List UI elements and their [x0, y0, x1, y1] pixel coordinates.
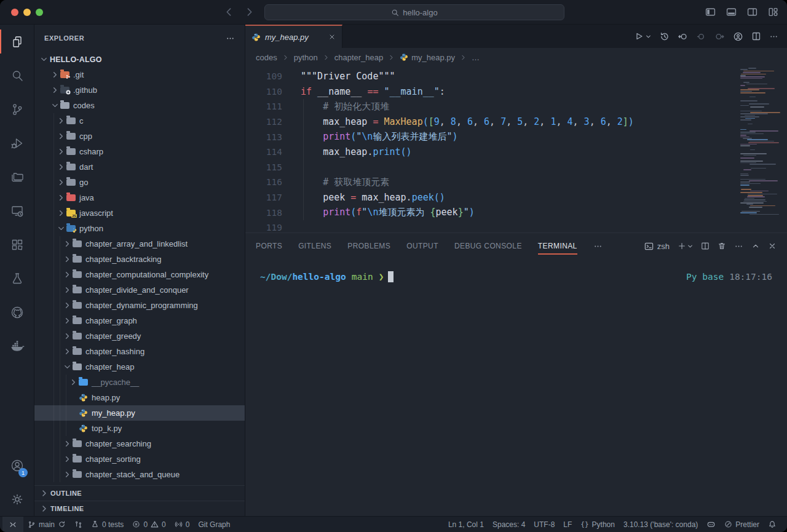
tree-item-chapter-greedy[interactable]: chapter_greedy — [34, 328, 245, 344]
maximize-panel-icon[interactable] — [751, 242, 760, 250]
panel-tab-debug-console[interactable]: DEBUG CONSOLE — [454, 233, 522, 259]
formatter-status[interactable]: Prettier — [720, 517, 764, 532]
tree-item-java[interactable]: java — [34, 190, 245, 205]
code-line-114[interactable]: 114 max_heap.print() — [245, 145, 787, 160]
line-number[interactable]: 110 — [245, 87, 282, 97]
kill-terminal-icon[interactable] — [718, 242, 726, 250]
activity-bar-item-source-control[interactable] — [0, 92, 34, 126]
split-terminal-icon[interactable] — [701, 242, 710, 250]
git-branch-status[interactable]: main — [23, 517, 70, 532]
panel-tabs-more-icon[interactable] — [593, 242, 603, 251]
toggle-secondary-sidebar-icon[interactable] — [747, 7, 757, 17]
tree-item-chapter-searching[interactable]: chapter_searching — [34, 436, 245, 451]
gitlens-status[interactable] — [70, 517, 87, 532]
code-line-111[interactable]: 111 # 初始化大顶堆 — [245, 99, 787, 114]
panel-tab-ports[interactable]: PORTS — [256, 233, 282, 259]
panel-more-actions-icon[interactable] — [734, 242, 743, 251]
cursor-position-status[interactable]: Ln 1, Col 1 — [444, 517, 488, 532]
close-window-button[interactable] — [11, 9, 18, 16]
more-actions-icon[interactable] — [769, 32, 778, 41]
activity-bar-item-explorer[interactable] — [0, 25, 34, 58]
activity-bar-item-docker[interactable] — [0, 329, 34, 363]
tree-item-javascript[interactable]: JSjavascript — [34, 205, 245, 221]
previous-change-icon[interactable] — [696, 31, 706, 42]
language-mode-status[interactable]: {} Python — [576, 517, 619, 532]
code-line-119[interactable]: 119 — [245, 220, 787, 232]
close-panel-icon[interactable] — [768, 242, 777, 250]
line-number[interactable]: 114 — [245, 147, 282, 157]
tree-item-chapter-graph[interactable]: chapter_graph — [34, 313, 245, 328]
activity-bar-item-settings[interactable] — [0, 482, 34, 516]
line-number[interactable]: 115 — [245, 162, 282, 172]
split-editor-icon[interactable] — [751, 31, 761, 41]
code-line-110[interactable]: 110if __name__ == "__main__": — [245, 84, 787, 100]
activity-bar-item-extensions[interactable] — [0, 228, 34, 261]
tree-item-chapter-divide-and-conquer[interactable]: chapter_divide_and_conquer — [34, 282, 245, 298]
tree-item-chapter-backtracking[interactable]: chapter_backtracking — [34, 252, 245, 267]
activity-bar-item-folders[interactable] — [0, 160, 34, 194]
line-number[interactable]: 109 — [245, 71, 282, 81]
breadcrumb-item-python[interactable]: python — [294, 53, 318, 62]
breadcrumb-item-chapter-heap[interactable]: chapter_heap — [334, 53, 384, 62]
line-number[interactable]: 117 — [245, 193, 282, 202]
tree-item-chapter-array-and-linkedlist[interactable]: chapter_array_and_linkedlist — [34, 236, 245, 252]
tree-item-git[interactable]: .git — [34, 67, 245, 82]
timeline-section[interactable]: TIMELINE — [34, 501, 245, 516]
activity-bar-item-testing[interactable] — [0, 261, 34, 295]
code-line-118[interactable]: 118 print(f"\n堆顶元素为 {peek}") — [245, 205, 787, 220]
encoding-status[interactable]: UTF-8 — [529, 517, 559, 532]
breadcrumb-item-my-heap-py[interactable]: my_heap.py — [400, 53, 455, 62]
minimize-window-button[interactable] — [23, 9, 31, 16]
toggle-blame-icon[interactable] — [733, 31, 743, 42]
copilot-status[interactable] — [702, 517, 720, 532]
tree-item-chapter-hashing[interactable]: chapter_hashing — [34, 344, 245, 359]
code-line-117[interactable]: 117 peek = max_heap.peek() — [245, 190, 787, 205]
run-python-file-icon[interactable] — [634, 31, 651, 41]
code-line-115[interactable]: 115 — [245, 160, 787, 175]
tree-item-codes[interactable]: codes — [34, 98, 245, 113]
activity-bar-item-accounts[interactable]: 1 — [0, 448, 34, 482]
eol-status[interactable]: LF — [559, 517, 576, 532]
line-number[interactable]: 112 — [245, 117, 282, 127]
minimap[interactable] — [739, 68, 783, 218]
indentation-status[interactable]: Spaces: 4 — [488, 517, 529, 532]
tree-item-python[interactable]: python — [34, 221, 245, 236]
python-interpreter-status[interactable]: 3.10.13 ('base': conda) — [619, 517, 702, 532]
panel-tab-gitlens[interactable]: GITLENS — [298, 233, 331, 259]
breadcrumb-item-codes[interactable]: codes — [256, 53, 277, 62]
tree-item-chapter-sorting[interactable]: chapter_sorting — [34, 451, 245, 467]
close-tab-icon[interactable] — [328, 33, 336, 41]
navigate-back-icon[interactable] — [224, 7, 234, 17]
code-line-116[interactable]: 116 # 获取堆顶元素 — [245, 175, 787, 190]
line-number[interactable]: 113 — [245, 132, 282, 142]
open-changes-icon[interactable] — [678, 31, 688, 42]
terminal[interactable]: ~/Dow/hello-algo main ❯ Py base 18:17:16 — [245, 259, 787, 516]
navigate-forward-icon[interactable] — [244, 7, 255, 17]
new-terminal-icon[interactable] — [678, 242, 693, 250]
tree-item-chapter-heap[interactable]: chapter_heap — [34, 359, 245, 375]
next-change-icon[interactable] — [714, 31, 725, 42]
activity-bar-item-search[interactable] — [0, 58, 34, 92]
code-editor[interactable]: 109"""Driver Code"""110if __name__ == "_… — [245, 66, 787, 232]
tree-item-github[interactable]: .github — [34, 82, 245, 98]
command-center-search[interactable]: hello-algo — [264, 4, 564, 20]
panel-tab-problems[interactable]: PROBLEMS — [347, 233, 390, 259]
activity-bar-item-github[interactable] — [0, 295, 34, 329]
panel-tab-output[interactable]: OUTPUT — [406, 233, 438, 259]
breadcrumb-item-[interactable]: … — [472, 53, 480, 62]
tests-status[interactable]: 0 tests — [87, 517, 128, 532]
line-number[interactable]: 111 — [245, 101, 282, 111]
panel-tab-terminal[interactable]: TERMINAL — [538, 233, 577, 259]
customize-layout-icon[interactable] — [768, 7, 778, 17]
code-line-112[interactable]: 112 max_heap = MaxHeap([9, 8, 6, 6, 7, 5… — [245, 114, 787, 130]
line-number[interactable]: 118 — [245, 208, 282, 218]
code-line-109[interactable]: 109"""Driver Code""" — [245, 69, 787, 84]
remote-indicator[interactable] — [2, 517, 23, 532]
tree-item-csharp[interactable]: csharp — [34, 144, 245, 159]
tree-item-hello-algo[interactable]: HELLO-ALGO — [34, 52, 245, 67]
tree-item-chapter-dynamic-programming[interactable]: chapter_dynamic_programming — [34, 298, 245, 313]
file-history-icon[interactable] — [659, 31, 670, 42]
explorer-more-actions-icon[interactable] — [226, 34, 235, 43]
git-graph-status[interactable]: Git Graph — [194, 517, 234, 532]
tab-my-heap-py[interactable]: my_heap.py — [245, 25, 342, 48]
